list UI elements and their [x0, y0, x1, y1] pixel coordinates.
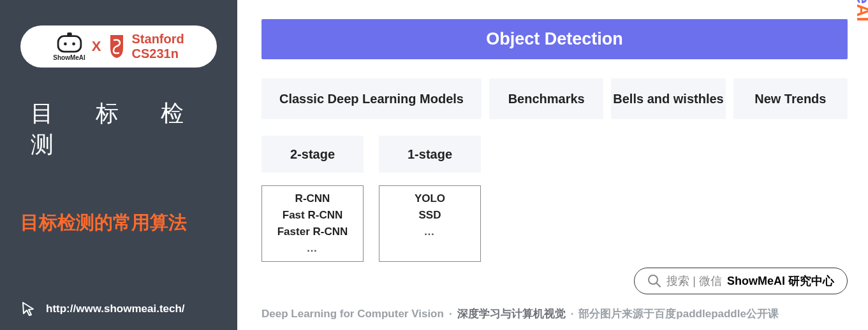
model-ellipsis: …: [307, 242, 319, 255]
course-code: CS231n: [132, 47, 184, 61]
model-item: SSD: [419, 209, 441, 222]
svg-line-5: [656, 283, 660, 287]
models-2stage: R-CNN Fast R-CNN Faster R-CNN …: [261, 185, 364, 262]
sidebar-title: 目 标 检 测: [31, 98, 237, 161]
stanford-label: Stanford: [132, 32, 184, 47]
model-item: Faster R-CNN: [277, 226, 348, 238]
search-brand: ShowMeAI 研究中心: [727, 273, 834, 289]
category-trends: New Trends: [733, 78, 848, 119]
stage-2: 2-stage: [261, 136, 364, 173]
svg-rect-0: [58, 36, 81, 51]
logo-badge: ShowMeAI X Stanford CS231n: [20, 25, 217, 68]
model-item: YOLO: [415, 192, 445, 205]
sidebar-subtitle: 目标检测的常用算法: [20, 210, 187, 236]
models-row: R-CNN Fast R-CNN Faster R-CNN … YOLO SSD…: [261, 185, 848, 262]
category-benchmarks: Benchmarks: [489, 78, 603, 119]
sidebar-footer: http://www.showmeai.tech/: [20, 301, 185, 317]
search-pill[interactable]: 搜索 | 微信 ShowMeAI 研究中心: [634, 268, 848, 294]
stanford-shield-icon: [108, 34, 126, 59]
showmeai-logo-text: ShowMeAI: [53, 54, 85, 61]
footer-eng: Deep Learning for Computer Vision: [261, 308, 444, 320]
stage-row: 2-stage 1-stage: [261, 136, 848, 173]
model-item: Fast R-CNN: [283, 209, 342, 222]
stanford-text: Stanford CS231n: [132, 32, 184, 61]
category-row: Classic Deep Learning Models Benchmarks …: [261, 78, 848, 119]
footer-line: Deep Learning for Computer Vision · 深度学习…: [261, 306, 848, 321]
showmeai-logo: ShowMeAI: [53, 32, 85, 61]
svg-point-2: [64, 42, 67, 45]
footer-dot: ·: [449, 308, 452, 320]
footer-zh: 深度学习与计算机视觉: [457, 306, 566, 321]
stage-1: 1-stage: [379, 136, 481, 173]
cursor-icon: [20, 301, 37, 317]
search-label: 搜索 | 微信: [666, 273, 722, 289]
svg-point-3: [72, 42, 75, 45]
svg-rect-1: [67, 32, 72, 36]
robot-icon: [56, 32, 83, 53]
model-ellipsis: …: [424, 226, 436, 238]
models-1stage: YOLO SSD …: [379, 185, 481, 262]
category-classic: Classic Deep Learning Models: [261, 78, 482, 119]
watermark: ShowMeAI: [853, 0, 868, 22]
search-icon: [647, 274, 661, 288]
model-item: R-CNN: [295, 192, 330, 205]
main-panel: Object Detection Classic Deep Learning M…: [237, 0, 868, 330]
diagram-header: Object Detection: [261, 19, 848, 59]
x-separator: X: [92, 38, 101, 55]
sidebar: ShowMeAI X Stanford CS231n 目 标 检 测 目标检测的…: [0, 0, 237, 330]
watermark-part2: AI: [853, 4, 868, 22]
footer-credit: 部分图片来源于百度paddlepaddle公开课: [578, 306, 779, 321]
footer-dot: ·: [571, 308, 574, 320]
category-bells: Bells and wisthles: [611, 78, 725, 119]
footer-url[interactable]: http://www.showmeai.tech/: [46, 303, 185, 315]
